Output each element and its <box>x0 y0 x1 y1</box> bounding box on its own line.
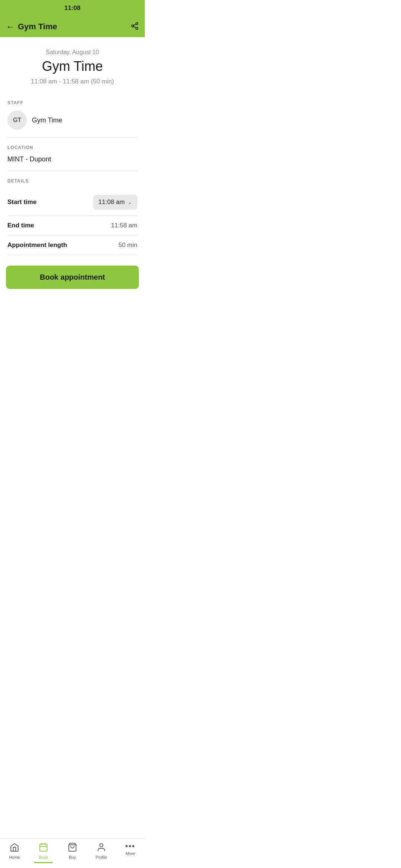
location-section: LOCATION MINT - Dupont <box>0 138 145 171</box>
svg-line-4 <box>134 24 136 25</box>
app-header: ← Gym Time <box>0 16 145 37</box>
details-section-label: DETAILS <box>7 178 137 184</box>
chevron-down-icon: ⌄ <box>128 199 132 205</box>
staff-section: STAFF GT Gym Time <box>0 93 145 130</box>
book-button-container: Book appointment <box>0 258 145 295</box>
header-left: ← Gym Time <box>6 22 57 32</box>
appointment-length-value: 50 min <box>118 241 137 249</box>
end-time-row: End time 11:58 am <box>7 216 137 236</box>
back-icon[interactable]: ← <box>6 22 15 32</box>
staff-section-label: STAFF <box>7 100 137 105</box>
start-time-row: Start time 11:08 am ⌄ <box>7 189 137 216</box>
start-time-value: 11:08 am <box>98 198 125 206</box>
staff-name: Gym Time <box>32 116 62 124</box>
svg-line-3 <box>134 26 136 28</box>
end-time-value: 11:58 am <box>111 222 137 229</box>
event-title: Gym Time <box>7 59 137 74</box>
share-icon[interactable] <box>131 22 139 32</box>
main-content: Saturday, August 10 Gym Time 11:08 am - … <box>0 37 145 295</box>
end-time-label: End time <box>7 222 34 229</box>
start-time-label: Start time <box>7 198 36 206</box>
details-section: DETAILS Start time 11:08 am ⌄ End time 1… <box>0 171 145 255</box>
location-name: MINT - Dupont <box>7 155 137 171</box>
staff-row: GT Gym Time <box>7 111 137 130</box>
appointment-length-label: Appointment length <box>7 241 67 249</box>
start-time-dropdown[interactable]: 11:08 am ⌄ <box>93 195 137 210</box>
event-header: Saturday, August 10 Gym Time 11:08 am - … <box>0 37 145 93</box>
appointment-length-row: Appointment length 50 min <box>7 236 137 255</box>
status-bar: 11:08 <box>0 0 145 16</box>
status-time: 11:08 <box>64 4 80 12</box>
event-date: Saturday, August 10 <box>7 49 137 56</box>
event-time: 11:08 am - 11:58 am (50 min) <box>7 78 137 85</box>
book-appointment-button[interactable]: Book appointment <box>6 266 139 289</box>
location-section-label: LOCATION <box>7 145 137 150</box>
staff-avatar: GT <box>7 111 27 130</box>
header-title: Gym Time <box>18 22 57 32</box>
